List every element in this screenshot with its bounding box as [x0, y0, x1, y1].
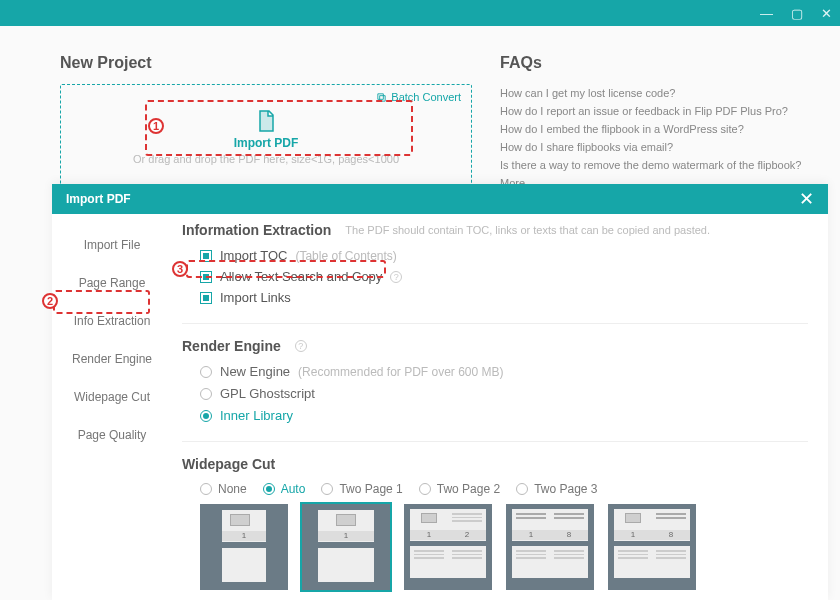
new-engine-label: New Engine — [220, 364, 290, 379]
sidebar-item-page-quality[interactable]: Page Quality — [52, 416, 172, 454]
help-icon[interactable]: ? — [295, 340, 307, 352]
info-extraction-hint: The PDF should contain TOC, links or tex… — [345, 224, 710, 236]
faq-link[interactable]: How do I embed the flipbook in a WordPre… — [500, 120, 810, 138]
maximize-button[interactable]: ▢ — [791, 6, 803, 21]
drop-title: Import PDF — [234, 136, 299, 150]
import-links-label: Import Links — [220, 290, 291, 305]
faq-link[interactable]: How do I share flipbooks via email? — [500, 138, 810, 156]
sidebar-item-import-file[interactable]: Import File — [52, 226, 172, 264]
wide-auto-radio[interactable] — [263, 483, 275, 495]
thumb-auto[interactable]: 1 — [302, 504, 390, 590]
wide-none-label: None — [218, 482, 247, 496]
render-engine-heading: Render Engine — [182, 338, 281, 354]
new-engine-sub: (Recommended for PDF over 600 MB) — [298, 365, 503, 379]
wide-none-radio[interactable] — [200, 483, 212, 495]
wide-twopage1-label: Two Page 1 — [339, 482, 402, 496]
annotation-1-num: 1 — [148, 118, 164, 134]
batch-convert-link[interactable]: Batch Convert — [376, 91, 461, 103]
wide-twopage3-label: Two Page 3 — [534, 482, 597, 496]
modal-header: Import PDF ✕ — [52, 184, 828, 214]
dropzone-inner: Import PDF Or drag and drop the PDF here… — [67, 91, 465, 182]
sidebar-item-render-engine[interactable]: Render Engine — [52, 340, 172, 378]
faq-link[interactable]: Is there a way to remove the demo waterm… — [500, 156, 810, 174]
allow-text-search-label: Allow Text Search and Copy — [220, 269, 382, 284]
main-area: New Project Batch Convert Import PDF Or … — [0, 26, 840, 192]
info-extraction-heading: Information Extraction — [182, 222, 331, 238]
sidebar-item-info-extraction[interactable]: Info Extraction — [52, 302, 172, 340]
widepage-cut-heading: Widepage Cut — [182, 456, 275, 472]
import-pdf-modal: Import PDF ✕ Import File Page Range Info… — [52, 184, 828, 600]
sidebar-item-page-range[interactable]: Page Range — [52, 264, 172, 302]
wide-twopage2-label: Two Page 2 — [437, 482, 500, 496]
ghostscript-radio[interactable] — [200, 388, 212, 400]
import-links-checkbox[interactable] — [200, 292, 212, 304]
ghostscript-label: GPL Ghostscript — [220, 386, 315, 401]
wide-twopage3-radio[interactable] — [516, 483, 528, 495]
annotation-2-num: 2 — [42, 293, 58, 309]
thumb-none[interactable]: 1 — [200, 504, 288, 590]
help-icon[interactable]: ? — [390, 271, 402, 283]
modal-close-button[interactable]: ✕ — [799, 188, 814, 210]
divider — [182, 441, 808, 442]
widepage-thumbnails: 1 1 12 18 18 — [200, 504, 808, 590]
faq-link[interactable]: How can I get my lost license code? — [500, 84, 810, 102]
import-toc-checkbox[interactable] — [200, 250, 212, 262]
thumb-twopage2[interactable]: 18 — [506, 504, 594, 590]
thumb-twopage3[interactable]: 18 — [608, 504, 696, 590]
new-engine-radio[interactable] — [200, 366, 212, 378]
minimize-button[interactable]: — — [760, 6, 773, 21]
thumb-twopage1[interactable]: 12 — [404, 504, 492, 590]
modal-title: Import PDF — [66, 192, 131, 206]
import-toc-sub: (Table of Contents) — [295, 249, 396, 263]
sidebar-item-widepage-cut[interactable]: Widepage Cut — [52, 378, 172, 416]
pdf-icon — [254, 109, 278, 133]
titlebar: — ▢ ✕ — [0, 0, 840, 26]
divider — [182, 323, 808, 324]
modal-sidebar: Import File Page Range Info Extraction R… — [52, 214, 172, 600]
modal-content: Information Extraction The PDF should co… — [172, 214, 828, 600]
wide-twopage1-radio[interactable] — [321, 483, 333, 495]
inner-library-radio[interactable] — [200, 410, 212, 422]
import-toc-label: Import TOC — [220, 248, 287, 263]
new-project-title: New Project — [60, 54, 472, 72]
inner-library-label: Inner Library — [220, 408, 293, 423]
faqs-title: FAQs — [500, 54, 810, 72]
wide-auto-label: Auto — [281, 482, 306, 496]
close-button[interactable]: ✕ — [821, 6, 832, 21]
import-pdf-dropzone[interactable]: Batch Convert Import PDF Or drag and dro… — [60, 84, 472, 189]
faq-link[interactable]: How do I report an issue or feedback in … — [500, 102, 810, 120]
allow-text-search-checkbox[interactable] — [200, 271, 212, 283]
batch-icon — [376, 92, 387, 103]
drop-subtitle: Or drag and drop the PDF here, size<1G, … — [133, 153, 399, 165]
wide-twopage2-radio[interactable] — [419, 483, 431, 495]
faq-list: How can I get my lost license code? How … — [500, 84, 810, 192]
annotation-3-num: 3 — [172, 261, 188, 277]
